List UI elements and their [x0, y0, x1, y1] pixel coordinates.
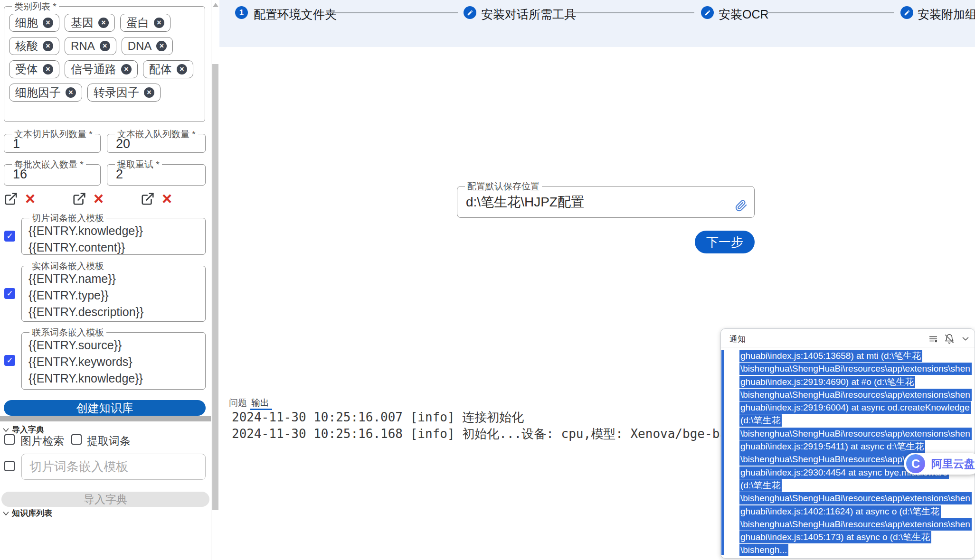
template-legend: 联系词条嵌入模板 [29, 328, 106, 337]
text-slice-queue-input[interactable]: 文本切片队列数量 * 1 [4, 130, 101, 153]
chip-label: RNA [71, 39, 95, 53]
input-placeholder: 切片词条嵌入模板 [22, 458, 128, 475]
category-chip[interactable]: 受体 [9, 60, 59, 78]
template-legend: 实体词条嵌入模板 [29, 261, 106, 271]
step-3-circle[interactable] [701, 6, 714, 19]
category-chip[interactable]: RNA [65, 37, 116, 55]
create-knowledge-base-button[interactable]: 创建知识库 [4, 400, 206, 416]
remove-chip-icon[interactable] [66, 87, 76, 98]
category-list-field[interactable]: 类别列表 * 细胞 基因 蛋白 核酸 RNA DNA 受体 信号通路 配体 细胞… [4, 2, 205, 122]
category-chip[interactable]: 基因 [65, 14, 115, 32]
trace-line: (d:\笔生花 [739, 479, 974, 492]
remove-chip-icon[interactable] [121, 64, 132, 75]
pencil-icon [704, 9, 711, 16]
remove-chip-icon[interactable] [43, 18, 53, 28]
template-legend: 切片词条嵌入模板 [29, 214, 106, 223]
remove-chip-icon[interactable] [177, 64, 187, 75]
entity-template-textarea[interactable]: 实体词条嵌入模板 {{ENTRY.name}} {{ENTRY.type}} {… [21, 261, 206, 322]
next-step-button[interactable]: 下一步 [695, 231, 755, 253]
panel-divider [211, 0, 211, 560]
import-dictionary-button[interactable]: 导入字典 [1, 492, 209, 507]
chevron-down-icon[interactable] [960, 333, 971, 345]
remove-chip-icon[interactable] [43, 41, 53, 51]
template-line: {{ENTRY.type}} [26, 287, 201, 304]
category-chip[interactable]: 信号通路 [65, 60, 138, 78]
remove-chip-icon[interactable] [156, 41, 167, 51]
config-save-path-value[interactable]: d:\笔生花\HJPZ配置 [461, 191, 750, 211]
step-3-label: 安装OCR [719, 7, 769, 22]
aliyun-drive-badge[interactable]: 阿里云盘 [904, 453, 975, 475]
scroll-up-icon[interactable] [213, 3, 218, 7]
external-link-icon[interactable] [141, 192, 155, 206]
entity-template-checkbox[interactable] [4, 288, 15, 299]
remove-chip-icon[interactable] [100, 41, 110, 51]
notifications-toolbar [928, 333, 971, 345]
extract-retry-input[interactable]: 提取重试 * 2 [107, 160, 206, 186]
template-line: {{ENTRY.keywords} [26, 354, 201, 370]
step-1-label: 配置环境文件夹 [254, 7, 337, 22]
template-line: {{ENTRY.knowledge}} [26, 223, 201, 239]
tab-output[interactable]: 输出 [251, 397, 269, 409]
tab-problems[interactable]: 问题 [229, 397, 247, 409]
template-line: {{ENTRY.content}} [26, 239, 201, 255]
bell-slash-icon[interactable] [944, 333, 955, 345]
chevron-down-icon [3, 511, 9, 516]
category-chip[interactable]: 蛋白 [120, 14, 170, 32]
slice-template-textarea[interactable]: 切片词条嵌入模板 {{ENTRY.knowledge}} {{ENTRY.con… [21, 214, 206, 255]
config-save-path-label: 配置默认保存位置 [465, 182, 542, 191]
delete-template-icon[interactable] [94, 192, 104, 206]
step-2-circle[interactable] [464, 6, 476, 19]
template-line: {{ENTRY.knowledge}} [26, 370, 201, 387]
aliyun-drive-logo-icon [906, 454, 925, 473]
slice-template-checkbox[interactable] [4, 231, 15, 242]
remove-chip-icon[interactable] [43, 64, 53, 75]
remove-chip-icon[interactable] [98, 18, 109, 28]
knowledge-base-list-section-header[interactable]: 知识库列表 [3, 508, 52, 519]
external-link-icon[interactable] [72, 192, 86, 206]
remove-chip-icon[interactable] [144, 87, 154, 98]
template-icon-pair [72, 191, 104, 206]
delete-template-icon[interactable] [25, 192, 35, 206]
trace-line: ghuabi\index.js:2919:5411) at async d:\笔… [739, 440, 974, 453]
category-chip[interactable]: 核酸 [9, 37, 59, 55]
vertical-scrollbar[interactable] [212, 64, 218, 510]
category-chip-list: 细胞 基因 蛋白 核酸 RNA DNA 受体 信号通路 配体 细胞因子 转录因子 [8, 11, 201, 104]
text-embed-queue-input[interactable]: 文本嵌入队列数量 * 20 [107, 130, 206, 153]
category-chip[interactable]: 细胞 [9, 14, 59, 32]
relation-template-textarea[interactable]: 联系词条嵌入模板 {{ENTRY.source}} {{ENTRY.keywor… [21, 328, 206, 390]
aliyun-drive-label: 阿里云盘 [931, 453, 975, 475]
trace-line: \bishenghua\ShengHuaBi\resources\app\ext… [739, 427, 974, 440]
trace-line: \bishenghua\ShengHuaBi\resources\app\ext… [739, 492, 974, 504]
trace-line: ghuabi\index.js:2919:4690) at #o (d:\笔生花 [739, 375, 974, 388]
clear-all-icon[interactable] [928, 333, 938, 345]
remove-chip-icon[interactable] [154, 18, 164, 28]
step-1-circle[interactable]: 1 [235, 6, 248, 19]
external-link-icon[interactable] [4, 192, 18, 206]
chip-label: 信号通路 [71, 62, 116, 77]
field-label: 文本切片队列数量 * [12, 130, 95, 139]
step-4-label: 安装附加组件 [918, 7, 975, 22]
category-chip[interactable]: 转录因子 [87, 84, 161, 102]
delete-template-icon[interactable] [162, 192, 172, 206]
notification-accent-bar [721, 350, 724, 555]
horizontal-scrollbar[interactable] [0, 416, 211, 421]
step-connector [569, 12, 694, 13]
batch-embed-count-input[interactable]: 每批次嵌入数量 * 16 [4, 160, 101, 186]
step-connector [327, 12, 458, 13]
config-save-path-field[interactable]: 配置默认保存位置 d:\笔生花\HJPZ配置 [457, 182, 755, 218]
image-search-checkbox[interactable] [4, 434, 15, 445]
extract-entry-checkbox[interactable] [71, 434, 82, 445]
dictionary-template-input[interactable]: 切片词条嵌入模板 [21, 454, 206, 480]
step-4-circle[interactable] [900, 6, 913, 19]
category-chip[interactable]: DNA [122, 37, 173, 55]
attach-file-button[interactable] [735, 198, 748, 213]
section-title: 知识库列表 [12, 508, 52, 519]
dictionary-template-checkbox[interactable] [4, 461, 15, 471]
category-chip[interactable]: 配体 [143, 60, 193, 78]
chip-label: 细胞因子 [15, 85, 61, 100]
chip-label: 蛋白 [126, 15, 149, 30]
pencil-icon [467, 9, 473, 16]
category-chip[interactable]: 细胞因子 [9, 84, 82, 102]
relation-template-checkbox[interactable] [4, 355, 15, 366]
chip-label: 配体 [149, 62, 172, 77]
